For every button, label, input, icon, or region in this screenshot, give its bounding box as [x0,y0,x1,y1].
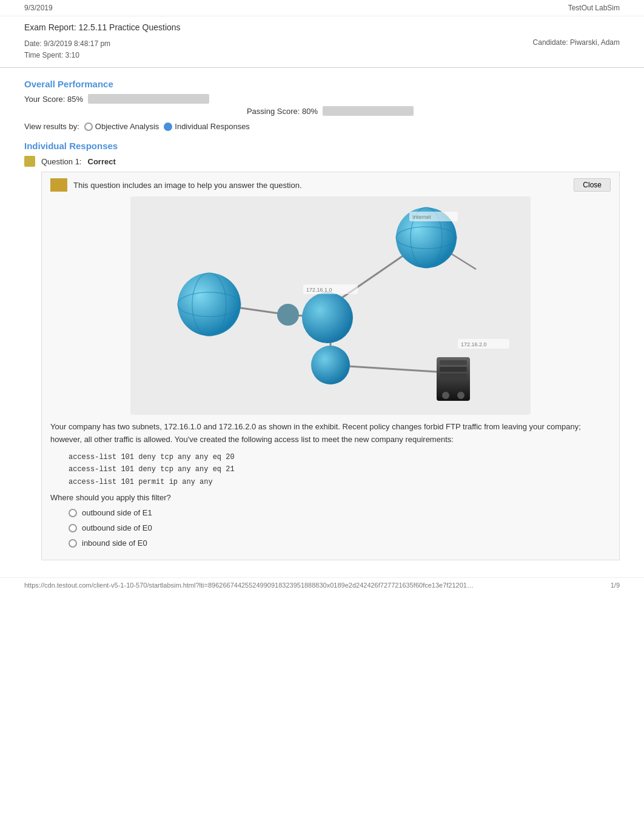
network-diagram: 172.16.1.0 172.16.2.0 Internet [130,196,531,415]
bottom-bar: https://cdn.testout.com/client-v5-1-10-5… [0,577,644,592]
exam-time-spent: Time Spent: 3:10 [24,50,110,61]
exam-title: Exam Report: 12.5.11 Practice Questions [24,22,620,32]
svg-rect-16 [440,360,467,365]
radio-b[interactable] [69,524,77,532]
svg-text:172.16.1.0: 172.16.1.0 [306,287,332,293]
code-line-1: access-list 101 deny tcp any any eq 20 [69,451,611,463]
question-1-number: Question 1: [41,157,82,166]
individual-responses-title: Individual Responses [24,141,620,151]
image-note-row: This question includes an image to help … [50,178,611,192]
top-date: 9/3/2019 [24,4,53,12]
view-option-individual-label: Individual Responses [175,122,250,131]
svg-text:172.16.2.0: 172.16.2.0 [461,341,487,347]
your-score-value: 85% [67,95,83,104]
view-results-row: View results by: Objective Analysis Indi… [24,122,620,131]
radio-individual[interactable] [164,122,172,131]
overall-performance-title: Overall Performance [24,79,620,89]
radio-c[interactable] [69,539,77,548]
radio-objective[interactable] [84,122,93,131]
question-1-icon [24,156,35,167]
exam-header: Exam Report: 12.5.11 Practice Questions … [0,16,644,68]
main-content: Overall Performance Your Score: 85% Pass… [0,68,644,577]
svg-point-19 [442,392,449,399]
svg-point-14 [311,346,350,384]
svg-rect-17 [440,367,467,372]
bottom-url: https://cdn.testout.com/client-v5-1-10-5… [24,582,474,589]
individual-responses-section: Individual Responses Question 1: Correct… [24,141,620,560]
view-option-objective[interactable]: Objective Analysis [84,122,159,131]
answer-option-a[interactable]: outbound side of E1 [69,508,611,517]
code-line-2: access-list 101 deny tcp any any eq 21 [69,463,611,475]
exam-candidate: Candidate: Piwarski, Adam [533,38,620,61]
svg-point-20 [457,392,465,399]
answer-b-text: outbound side of E0 [82,523,152,532]
passing-score-value: 80% [302,107,318,116]
radio-a[interactable] [69,509,77,517]
answer-option-b[interactable]: outbound side of E0 [69,523,611,532]
exam-date: Date: 9/3/2019 8:48:17 pm [24,38,110,50]
passing-score-label: Passing Score: [247,107,300,116]
question-1-row: Question 1: Correct [24,156,620,167]
svg-point-13 [302,292,353,343]
image-note-text: This question includes an image to help … [73,181,302,190]
app-name: TestOut LabSim [568,4,620,12]
svg-point-7 [178,273,241,336]
exam-meta: Date: 9/3/2019 8:48:17 pm Time Spent: 3:… [24,36,620,64]
your-score-row: Your Score: 85% [24,94,620,104]
svg-rect-18 [440,374,467,378]
bottom-page-info: 1/9 [611,582,620,589]
image-note-icon [50,178,67,192]
answer-a-text: outbound side of E1 [82,508,152,517]
code-line-3: access-list 101 permit ip any any [69,476,611,488]
view-option-individual[interactable]: Individual Responses [164,122,250,131]
view-option-objective-label: Objective Analysis [95,122,159,131]
where-apply-text: Where should you apply this filter? [50,493,611,502]
svg-point-21 [277,304,299,326]
top-bar: 9/3/2019 TestOut LabSim [0,0,644,16]
your-score-bar [88,94,209,104]
network-diagram-svg: 172.16.1.0 172.16.2.0 Internet [130,196,531,415]
svg-text:Internet: Internet [412,214,431,220]
exam-meta-left: Date: 9/3/2019 8:48:17 pm Time Spent: 3:… [24,38,110,61]
your-score-label: Your Score: [24,95,65,104]
passing-score-bar [323,106,414,116]
view-results-label: View results by: [24,122,79,131]
answer-option-c[interactable]: inbound side of E0 [69,538,611,548]
question-text: Your company has two subnets, 172.16.1.0… [50,421,611,446]
answer-c-text: inbound side of E0 [82,538,147,548]
code-block: access-list 101 deny tcp any any eq 20 a… [69,451,611,488]
close-button[interactable]: Close [574,178,611,192]
question-1-status: Correct [88,157,116,166]
question-1-detail: This question includes an image to help … [41,172,620,560]
passing-score-row: Passing Score: 80% [24,106,620,116]
